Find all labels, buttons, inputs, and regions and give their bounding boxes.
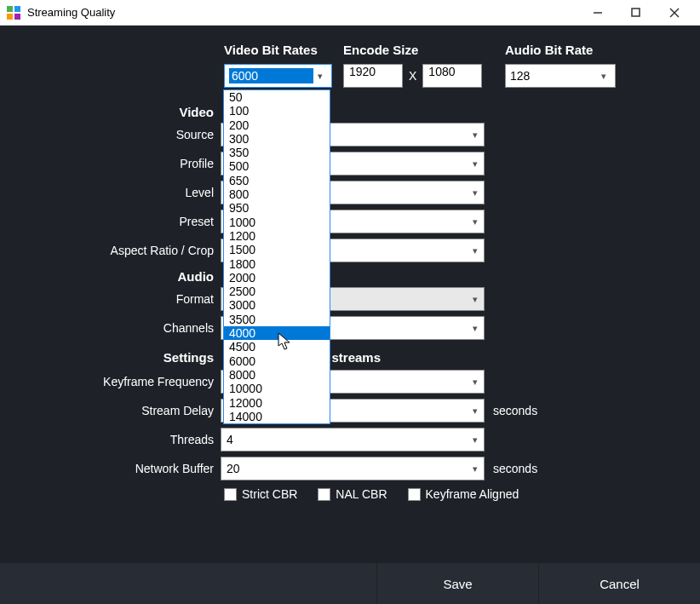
chevron-down-icon: ▾ [467,463,484,475]
dropdown-option[interactable]: 14000 [224,410,330,423]
video-bitrate-dropdown[interactable]: 5010020030035050065080095010001200150018… [223,89,330,424]
chevron-down-icon: ▾ [313,71,327,82]
top-row: Video Bit Rates 6000 ▾ Encode Size 1920 … [34,43,666,88]
profile-label: Profile [34,157,221,170]
dropdown-option[interactable]: 800 [224,187,330,201]
network-buffer-suffix: seconds [485,462,537,475]
checkbox-icon [224,488,237,501]
dropdown-option[interactable]: 1000 [224,216,330,229]
size-x-label: X [407,69,418,83]
svg-rect-1 [632,9,640,16]
audio-section-header: Audio [34,269,221,284]
keyframe-frequency-label: Keyframe Frequency [34,375,221,388]
nal-cbr-label: NAL CBR [336,487,387,501]
audio-bitrate-combo[interactable]: 128 ▾ [505,64,616,88]
settings-section-header: Settings [34,350,221,365]
level-label: Level [34,186,221,199]
chevron-down-icon: ▾ [467,187,484,198]
dropdown-option[interactable]: 950 [224,201,330,215]
dropdown-option[interactable]: 3500 [224,313,330,326]
checkbox-icon [408,488,421,501]
dropdown-option[interactable]: 200 [224,118,330,132]
chevron-down-icon: ▾ [467,434,484,446]
chevron-down-icon: ▾ [467,323,484,334]
cancel-button[interactable]: Cancel [538,563,700,604]
strict-cbr-checkbox[interactable]: Strict CBR [224,487,297,501]
video-bitrate-value: 6000 [229,68,313,83]
dropdown-option[interactable]: 1500 [224,243,330,256]
encode-size-header: Encode Size [343,43,505,57]
strict-cbr-label: Strict CBR [242,487,297,501]
network-buffer-select[interactable]: 20▾ [221,457,485,480]
preset-label: Preset [34,215,221,228]
chevron-down-icon: ▾ [467,294,484,305]
dropdown-option[interactable]: 12000 [224,396,330,410]
network-buffer-label: Network Buffer [34,462,221,475]
video-bitrate-combo[interactable]: 6000 ▾ [224,64,332,88]
dropdown-option[interactable]: 2000 [224,271,330,285]
dropdown-option[interactable]: 50 [224,90,330,104]
dropdown-option[interactable]: 4000 [224,326,330,340]
threads-label: Threads [34,433,221,446]
aspect-ratio-label: Aspect Ratio / Crop [34,244,221,257]
stream-delay-label: Stream Delay [34,404,221,417]
dropdown-option[interactable]: 1800 [224,257,330,271]
dropdown-option[interactable]: 500 [224,159,330,173]
dropdown-option[interactable]: 6000 [224,354,330,368]
minimize-button[interactable] [578,0,617,26]
dropdown-option[interactable]: 100 [224,104,330,118]
maximize-button[interactable] [617,0,655,26]
chevron-down-icon: ▾ [467,245,484,256]
dropdown-option[interactable]: 1200 [224,229,330,243]
chevron-down-icon: ▾ [467,377,484,388]
dropdown-option[interactable]: 4500 [224,340,330,354]
app-icon [7,6,20,20]
threads-select[interactable]: 4▾ [221,428,485,452]
encode-height-input[interactable]: 1080 [422,64,482,88]
format-label: Format [34,292,221,306]
audio-bitrate-header: Audio Bit Rate [505,43,624,57]
encode-width-input[interactable]: 1920 [343,64,403,88]
close-button[interactable] [655,0,693,26]
dropdown-option[interactable]: 10000 [224,382,330,395]
dropdown-option[interactable]: 350 [224,146,330,159]
dropdown-option[interactable]: 3000 [224,298,330,312]
chevron-down-icon: ▾ [467,216,484,227]
titlebar: Streaming Quality [0,0,700,26]
dropdown-option[interactable]: 8000 [224,368,330,382]
save-button[interactable]: Save [376,563,538,604]
channels-label: Channels [34,321,221,335]
checkbox-icon [318,488,330,501]
audio-bitrate-value: 128 [510,69,597,83]
window-controls [578,0,693,26]
chevron-down-icon: ▾ [467,406,484,417]
video-section-header: Video [34,105,221,119]
nal-cbr-checkbox[interactable]: NAL CBR [318,487,387,501]
stream-delay-suffix: seconds [485,404,537,417]
footer: Save Cancel [0,563,700,604]
window-title: Streaming Quality [27,6,578,19]
source-label: Source [34,128,221,141]
chevron-down-icon: ▾ [597,71,611,82]
chevron-down-icon: ▾ [467,129,484,141]
dropdown-option[interactable]: 2500 [224,285,330,298]
keyframe-aligned-checkbox[interactable]: Keyframe Aligned [408,487,519,501]
keyframe-aligned-label: Keyframe Aligned [426,487,519,501]
dropdown-option[interactable]: 650 [224,174,330,187]
dropdown-option[interactable]: 300 [224,132,330,146]
chevron-down-icon: ▾ [467,158,484,170]
video-bitrates-header: Video Bit Rates [224,43,343,57]
